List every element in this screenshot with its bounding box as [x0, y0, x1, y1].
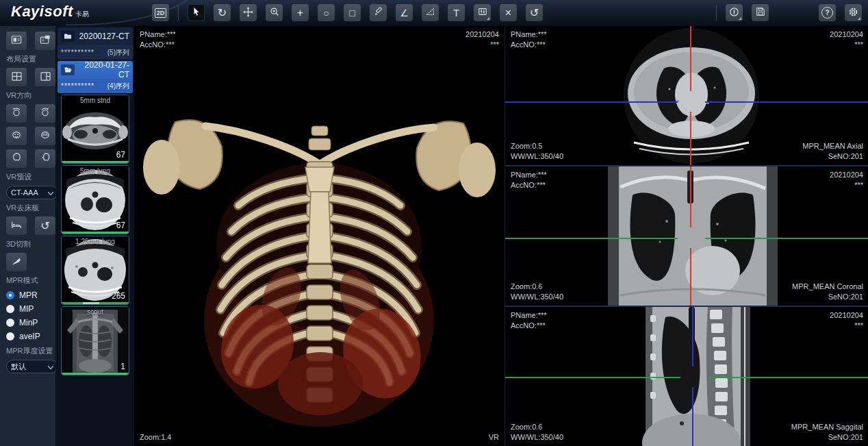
chevron-down-icon	[48, 188, 53, 197]
thumbnail-label: 1.25mm lung	[62, 238, 129, 245]
mpr-option-label: MinP	[19, 318, 38, 327]
vr-preset-select[interactable]: CT-AAA	[6, 186, 58, 199]
settings-button[interactable]	[845, 4, 862, 21]
toolbar-main-tools: 2D ↻ + ○ □ ∠ T	[152, 4, 543, 21]
save-button[interactable]	[752, 4, 769, 21]
tool-text-annotation-button[interactable]: T	[448, 4, 465, 21]
series-list-panel-button[interactable]	[6, 32, 27, 50]
series-thumbnail-125mm-lung[interactable]: 1.25mm lung 265	[61, 236, 129, 305]
head-front-view-button[interactable]	[6, 149, 27, 168]
tool-zoom-button[interactable]	[266, 4, 283, 21]
coronal-pname: PName:***	[511, 170, 547, 180]
head-side-view-button[interactable]	[35, 149, 55, 168]
coronal-study-overlay: 20210204 ***	[830, 170, 863, 190]
grid-2x2-icon	[12, 71, 22, 84]
tool-ellipse-roi-button[interactable]: ○	[318, 4, 335, 21]
coronal-crosshair-horizontal[interactable]	[505, 238, 678, 239]
sagittal-date: 20210204	[830, 310, 863, 321]
reset-icon: ↺	[530, 8, 539, 18]
coronal-type-overlay: MPR_MEAN Coronal SeNO:201	[792, 282, 863, 302]
logo-cn-text: 卡易	[75, 10, 89, 19]
vr-pname: PName:***	[140, 29, 176, 40]
vr-direction-row1	[6, 104, 55, 123]
mpr-option-label: MPR	[19, 290, 38, 300]
series-thumbnail-5mm-stnd[interactable]: 5mm stnd 67	[61, 95, 129, 164]
tool-window-level-button[interactable]	[474, 4, 491, 21]
coronal-crosshair-vertical[interactable]	[690, 248, 691, 306]
tool-measure-button[interactable]	[370, 4, 387, 21]
rotate-3d-icon: ↻	[218, 8, 227, 18]
window-level-icon	[478, 7, 487, 18]
study-item-1[interactable]: 20200127-CT ********** (5)序列	[58, 27, 133, 60]
restore-bed-button[interactable]: ↺	[35, 216, 55, 235]
thumbnail-progress-bar	[62, 302, 129, 304]
axial-crosshair-horizontal[interactable]	[705, 101, 868, 103]
mpr-column: PName:*** AccNO:*** 20210204 *** Zoom:0.…	[505, 26, 868, 446]
vr-bed-buttons: ↺	[6, 216, 55, 235]
thumbnail-image-count: 1	[120, 362, 125, 371]
mpr-thickness-select[interactable]: 默认	[6, 360, 58, 373]
help-button[interactable]: ?	[819, 4, 836, 21]
tool-rect-roi-button[interactable]: □	[344, 4, 361, 21]
rectangle-icon: □	[349, 8, 355, 18]
axial-crosshair-vertical[interactable]	[690, 112, 691, 165]
scalpel-cut-button[interactable]	[6, 253, 27, 271]
tilt-head-back-icon	[40, 130, 51, 143]
coronal-crosshair-vertical[interactable]	[690, 166, 691, 227]
rotate-head-right-button[interactable]	[35, 104, 55, 123]
mpr-mode-option-minp[interactable]: MinP	[6, 317, 55, 329]
rotate-head-left-button[interactable]	[6, 104, 27, 123]
tool-cursor-button[interactable]	[188, 4, 205, 21]
coronal-patient-overlay: PName:*** AccNO:***	[511, 170, 547, 190]
study-item-2-selected[interactable]: 2020-01-27-CT ********** (4)序列	[58, 61, 133, 93]
layout-flip-panel-button[interactable]	[35, 32, 55, 50]
layout-grid-2x2-button[interactable]	[6, 68, 27, 86]
tool-rotate3d-button[interactable]: ↻	[214, 4, 231, 21]
mpr-axial-viewport[interactable]: PName:*** AccNO:*** 20210204 *** Zoom:0.…	[505, 26, 868, 166]
study-date: 20200127-CT	[77, 32, 129, 41]
tool-2d-layout-button[interactable]: 2D	[152, 4, 169, 21]
coronal-zoom: Zoom:0.6	[511, 282, 563, 292]
tilt-head-forward-button[interactable]	[6, 127, 27, 145]
pencil-measure-icon	[374, 7, 383, 18]
tool-cobb-angle-button[interactable]	[422, 4, 439, 21]
tool-pan-button[interactable]	[240, 4, 257, 21]
mpr-mode-option-mpr[interactable]: MPR	[6, 289, 55, 301]
mpr-coronal-viewport[interactable]: PName:*** AccNO:*** 20210204 *** Zoom:0.…	[505, 166, 868, 307]
mpr-mode-option-aveip[interactable]: aveIP	[6, 330, 55, 343]
sagittal-crosshair-horizontal[interactable]	[708, 377, 868, 378]
thumbnail-progress-bar	[62, 232, 129, 234]
sagittal-crosshair-vertical[interactable]	[692, 387, 693, 446]
axial-type-overlay: MPR_MEAN Axial SeNO:201	[802, 141, 863, 162]
report-button[interactable]	[726, 4, 743, 21]
sagittal-seno: SeNO:201	[791, 432, 863, 443]
tool-reset-button[interactable]: ↺	[526, 4, 543, 21]
logo-text: Kayisoft	[11, 3, 73, 21]
axial-type: MPR_MEAN Axial	[802, 141, 863, 151]
sagittal-crosshair-vertical[interactable]	[692, 307, 693, 367]
vr-zoom-overlay: Zoom:1.4	[140, 432, 171, 443]
report-info-icon	[729, 7, 739, 19]
series-thumbnail-scout[interactable]: scout 1	[61, 306, 129, 375]
axial-crosshair-horizontal[interactable]	[505, 101, 678, 103]
axial-crosshair-vertical[interactable]	[690, 26, 691, 91]
remove-bed-button[interactable]	[6, 216, 27, 235]
series-thumbnail-5mm-lung[interactable]: 5mm lung 67	[61, 165, 129, 234]
study-patient-masked: **********	[61, 49, 94, 56]
sagittal-accno: AccNO:***	[511, 321, 547, 331]
tilt-head-back-button[interactable]	[35, 127, 55, 145]
coronal-crosshair-horizontal[interactable]	[705, 238, 868, 239]
axial-zoom-overlay: Zoom:0.5 WW/WL:350/40	[511, 141, 563, 162]
head-front-icon	[12, 152, 22, 165]
mpr-mode-option-mip[interactable]: MIP	[6, 303, 55, 315]
cobb-angle-icon	[426, 7, 435, 18]
sagittal-crosshair-horizontal[interactable]	[505, 377, 680, 378]
vr-3d-viewport[interactable]: PName:*** AccNO:*** 20210204 *** Zoom:1.…	[134, 26, 505, 446]
mpr-sagittal-viewport[interactable]: PName:*** AccNO:*** 20210204 *** Zoom:0.…	[505, 307, 868, 446]
layout-right-split-button[interactable]	[35, 68, 55, 86]
tool-crosshair-button[interactable]: +	[292, 4, 309, 21]
axial-accno: AccNO:***	[511, 40, 547, 50]
tool-delete-button[interactable]: ×	[500, 4, 517, 21]
layout-settings-label: 布局设置	[6, 54, 55, 64]
tool-angle-button[interactable]: ∠	[396, 4, 413, 21]
